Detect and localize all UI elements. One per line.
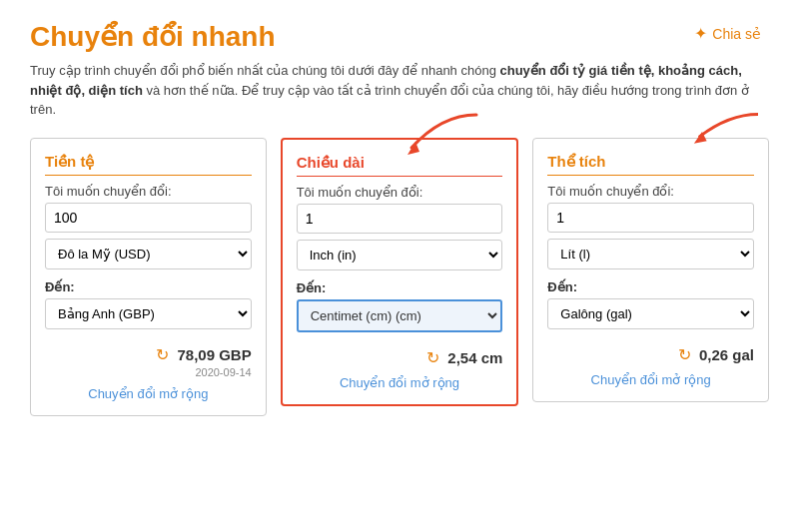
length-result: 2,54 cm (447, 349, 502, 366)
page-title: Chuyển đổi nhanh (30, 20, 686, 53)
volume-result: 0,26 gal (699, 346, 754, 363)
volume-input-label: Tôi muốn chuyển đổi: (547, 184, 754, 199)
currency-card-title: Tiền tệ (45, 153, 252, 176)
length-to-label: Đến: (297, 280, 503, 295)
length-input[interactable] (297, 204, 503, 234)
volume-to-select[interactable]: Galông (gal) Lít (l) Mililít (ml) (547, 298, 754, 329)
length-input-label: Tôi muốn chuyển đổi: (297, 185, 503, 200)
currency-card: Tiền tệ Tôi muốn chuyển đổi: Đô la Mỹ (U… (30, 138, 267, 416)
length-refresh-icon[interactable]: ↻ (426, 348, 439, 367)
currency-date: 2020-09-14 (45, 366, 252, 378)
currency-result-row: ↻ 78,09 GBP (45, 345, 252, 364)
volume-result-row: ↻ 0,26 gal (547, 345, 754, 364)
currency-expand-link[interactable]: Chuyển đổi mở rộng (45, 386, 252, 401)
length-card-title: Chiều dài (297, 154, 503, 177)
currency-input-label: Tôi muốn chuyển đổi: (45, 184, 252, 199)
volume-refresh-icon[interactable]: ↻ (678, 345, 691, 364)
currency-refresh-icon[interactable]: ↻ (156, 345, 169, 364)
length-to-select[interactable]: Centimet (cm) (cm) Mét (m) Kilômét (km) (297, 299, 503, 332)
volume-to-label: Đến: (547, 279, 754, 294)
share-button[interactable]: ✦ Chia sẻ (686, 20, 769, 47)
volume-from-select[interactable]: Lít (l) Galông (gal) Mililít (ml) (547, 239, 754, 269)
volume-card-title: Thể tích (547, 153, 754, 176)
currency-from-select[interactable]: Đô la Mỹ (USD) Euro (EUR) Bảng Anh (GBP) (45, 239, 252, 269)
volume-card: Thể tích Tôi muốn chuyển đổi: Lít (l) Ga… (532, 138, 769, 402)
share-label: Chia sẻ (712, 26, 761, 42)
red-arrow-volume (688, 111, 758, 146)
cards-container: Tiền tệ Tôi muốn chuyển đổi: Đô la Mỹ (U… (30, 138, 769, 416)
currency-input[interactable] (45, 203, 252, 233)
currency-to-select[interactable]: Bảng Anh (GBP) Euro (EUR) Đô la Mỹ (USD) (45, 298, 252, 329)
length-expand-link[interactable]: Chuyển đổi mở rộng (297, 375, 503, 390)
desc-text-1: Truy cập trình chuyển đổi phổ biến nhất … (30, 63, 500, 78)
length-result-row: ↻ 2,54 cm (297, 348, 503, 367)
currency-result: 78,09 GBP (177, 346, 251, 363)
volume-expand-link[interactable]: Chuyển đổi mở rộng (547, 372, 754, 387)
length-from-select[interactable]: Inch (in) Centimet (cm) Mét (m) Kilômét … (297, 240, 503, 270)
volume-input[interactable] (547, 203, 754, 233)
page-description: Truy cập trình chuyển đổi phổ biến nhất … (30, 61, 769, 120)
currency-to-label: Đến: (45, 279, 252, 294)
length-card: Chiều dài Tôi muốn chuyển đổi: Inch (in)… (281, 138, 519, 406)
share-icon: ✦ (694, 24, 707, 43)
